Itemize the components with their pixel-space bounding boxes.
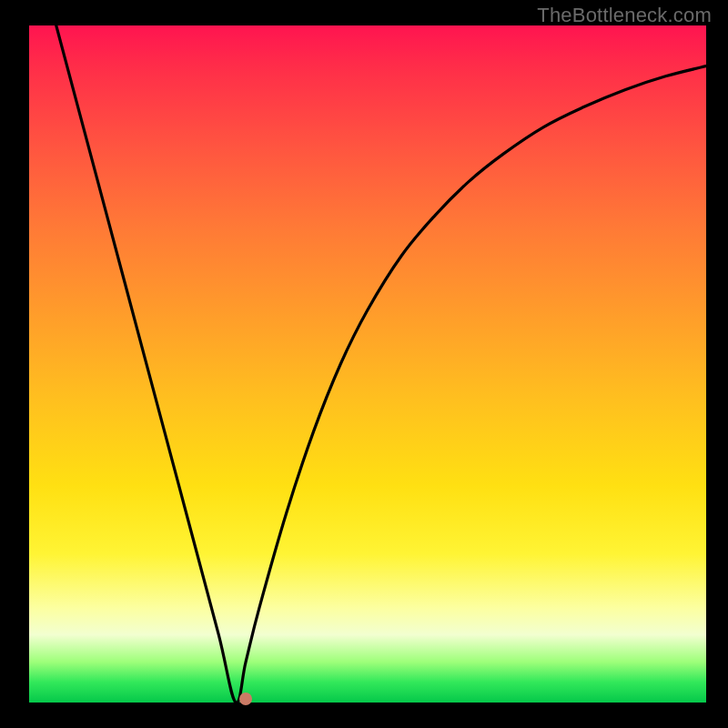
bottleneck-curve	[29, 25, 706, 703]
plot-area	[29, 25, 706, 703]
minimum-marker	[239, 693, 252, 705]
chart-frame	[29, 25, 706, 703]
watermark-text: TheBottleneck.com	[537, 4, 712, 27]
